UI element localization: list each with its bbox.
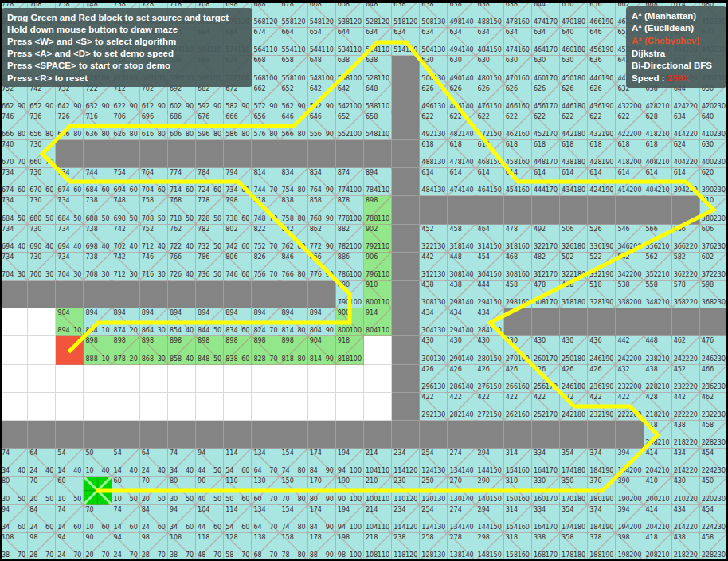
visited-cell[interactable]: 618418200 [616,140,644,168]
visited-cell[interactable]: 622452170 [532,112,560,140]
visited-cell[interactable]: 430250180 [560,336,588,364]
visited-cell[interactable]: 634504130 [420,28,448,56]
visited-cell[interactable]: 701060 [84,505,112,533]
visited-cell[interactable]: 1105060 [224,477,252,504]
wall-cell[interactable] [392,140,420,168]
wall-cell[interactable] [168,280,196,308]
visited-cell[interactable]: 73467460 [56,168,84,196]
source-block[interactable] [84,477,112,504]
visited-cell[interactable]: 442312130 [420,253,448,280]
wall-cell[interactable] [112,140,140,168]
wall-cell[interactable] [560,196,588,224]
visited-cell[interactable]: 73067060 [28,168,56,196]
wall-cell[interactable] [672,196,700,224]
wall-cell[interactable] [112,421,140,449]
wall-cell[interactable] [224,140,252,168]
wall-cell[interactable] [392,56,420,84]
visited-cell[interactable]: 74671630 [140,253,168,280]
visited-cell[interactable]: 438308130 [420,280,448,308]
unvisited-cell[interactable] [280,365,308,393]
visited-cell[interactable]: 642440 [28,449,56,477]
visited-cell[interactable]: 982870 [28,533,56,561]
wall-cell[interactable] [392,421,420,449]
unvisited-cell[interactable] [224,393,252,421]
target-block[interactable] [56,336,84,364]
visited-cell[interactable]: 654544110 [308,28,336,56]
visited-cell[interactable]: 618488130 [420,140,448,168]
visited-cell[interactable]: 454304150 [476,253,504,280]
visited-cell[interactable]: 350170180 [560,477,588,504]
open-list-cell[interactable]: 898788110 [364,196,392,224]
visited-cell[interactable]: 606376230 [700,225,728,253]
visited-cell[interactable]: 638488150 [476,0,504,28]
wall-cell[interactable] [392,336,420,364]
visited-cell[interactable]: 354174180 [560,505,588,533]
visited-cell[interactable]: 468308160 [504,253,532,280]
wall-cell[interactable] [56,140,84,168]
wall-cell[interactable] [364,140,392,168]
visited-cell[interactable]: 1547480 [280,449,308,477]
visited-cell[interactable]: 636446190 [588,56,616,84]
visited-cell[interactable]: 546346200 [616,225,644,253]
visited-cell[interactable]: 89483460 [224,308,252,336]
visited-cell[interactable]: 19090100 [336,477,364,504]
visited-cell[interactable]: 1044460 [196,505,224,533]
visited-cell[interactable]: 75266290 [0,84,28,112]
visited-cell[interactable]: 1346470 [252,449,280,477]
unvisited-cell[interactable] [84,393,112,421]
visited-cell[interactable]: 743440 [0,449,28,477]
visited-cell[interactable]: 648538110 [364,84,392,112]
unvisited-cell[interactable] [84,365,112,393]
visited-cell[interactable]: 614464150 [476,168,504,196]
unvisited-cell[interactable] [140,393,168,421]
visited-cell[interactable]: 274134140 [448,505,476,533]
visited-cell[interactable]: 422232190 [588,393,616,421]
unvisited-cell[interactable] [168,393,196,421]
visited-cell[interactable]: 81474470 [252,168,280,196]
visited-cell[interactable]: 626456170 [532,84,560,112]
visited-cell[interactable]: 84276280 [280,225,308,253]
visited-cell[interactable]: 71663680 [84,112,112,140]
visited-cell[interactable]: 702050 [28,477,56,504]
visited-cell[interactable]: 358178180 [560,533,588,561]
visited-cell[interactable]: 270130140 [448,477,476,504]
unvisited-cell[interactable] [168,365,196,393]
visited-cell[interactable]: 72263290 [84,84,112,112]
visited-cell[interactable]: 614434180 [560,168,588,196]
visited-cell[interactable]: 314154160 [504,505,532,533]
visited-cell[interactable]: 602372230 [700,253,728,280]
visited-cell[interactable]: 74468460 [84,168,112,196]
unvisited-cell[interactable] [224,365,252,393]
visited-cell[interactable]: 436246190 [588,336,616,364]
visited-cell[interactable]: 943460 [0,505,28,533]
visited-cell[interactable]: 648548100 [308,56,336,84]
visited-cell[interactable]: 634494140 [448,28,476,56]
visited-cell[interactable]: 438298140 [448,280,476,308]
open-list-cell[interactable]: 918818100 [336,336,364,364]
wall-cell[interactable] [168,421,196,449]
visited-cell[interactable]: 620390230 [700,168,728,196]
visited-cell[interactable]: 218108110 [364,533,392,561]
visited-cell[interactable]: 74270240 [112,225,140,253]
visited-cell[interactable]: 278138140 [448,533,476,561]
visited-cell[interactable]: 624404220 [672,140,700,168]
wall-cell[interactable] [504,196,532,224]
visited-cell[interactable]: 89486430 [140,308,168,336]
visited-cell[interactable]: 626496130 [420,84,448,112]
wall-cell[interactable] [532,421,560,449]
visited-cell[interactable]: 67659680 [196,112,224,140]
visited-cell[interactable]: 68660680 [168,112,196,140]
wall-cell[interactable] [392,196,420,224]
visited-cell[interactable]: 803050 [168,477,196,504]
visited-cell[interactable]: 610380230 [700,196,728,224]
wall-cell[interactable] [588,308,616,336]
visited-cell[interactable]: 238118120 [392,533,420,561]
visited-cell[interactable]: 298148150 [476,533,504,561]
visited-cell[interactable]: 210100110 [364,477,392,504]
visited-cell[interactable]: 438218220 [672,533,700,561]
visited-cell[interactable]: 314154160 [504,449,532,477]
unvisited-cell[interactable] [0,308,28,336]
visited-cell[interactable]: 658538120 [336,0,364,28]
visited-cell[interactable]: 89485440 [168,308,196,336]
visited-cell[interactable]: 1748490 [308,449,336,477]
